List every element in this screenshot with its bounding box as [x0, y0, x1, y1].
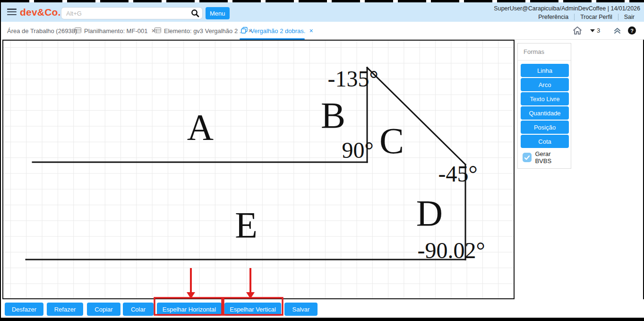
quantity-button[interactable]: Quantidade [521, 106, 569, 120]
undo-button[interactable]: Desfazer [5, 303, 43, 316]
angle-label: -45° [438, 161, 477, 186]
generate-bvbs-checkbox[interactable] [523, 153, 532, 162]
generate-bvbs-label: Gerar BVBS [535, 150, 568, 165]
rebar-drawing: ABCDE-135°90°-45°-90.02° [3, 41, 514, 298]
dimension-button[interactable]: Cota [521, 135, 569, 148]
segment-label: D [416, 192, 443, 234]
tab-label: Vergalhão 2 dobras. [250, 27, 305, 35]
app-window: dev&Co. Menu SuperUser@Carapicuiba/Admin… [0, 0, 644, 321]
position-button[interactable]: Posição [521, 121, 569, 134]
copy-button[interactable]: Copiar [87, 303, 120, 316]
mirror-horizontal-button[interactable]: Espelhar Horizontal [157, 303, 222, 316]
arc-button[interactable]: Arco [521, 78, 569, 91]
segment-label: E [235, 204, 258, 245]
redo-button[interactable]: Refazer [47, 303, 83, 316]
segment-label: A [187, 106, 214, 147]
mirror-vertical-button[interactable]: Espelhar Vertical [224, 303, 281, 316]
segment-label: B [321, 95, 345, 136]
close-icon[interactable]: × [309, 27, 313, 35]
tab-label: Área de Trabalho (26938) [7, 27, 77, 35]
global-search [61, 7, 203, 19]
bottom-toolbar: Desfazer Refazer Copiar Colar Espelhar H… [1, 299, 644, 318]
tab-bar: Área de Trabalho (26938) Planilhamento: … [1, 22, 644, 40]
table-icon [155, 27, 161, 35]
user-block: SuperUser@Carapicuiba/AdminDevCoffee | 1… [494, 5, 640, 20]
angle-label: -135° [327, 66, 378, 91]
tab-overflow-dropdown[interactable]: 3 [590, 27, 600, 34]
angle-label: 90° [342, 138, 373, 163]
segment-label: C [379, 120, 404, 161]
drawing-canvas[interactable]: ABCDE-135°90°-45°-90.02° [2, 40, 515, 299]
switch-profile-link[interactable]: Trocar Perfil [574, 14, 618, 20]
app-logo: dev&Co. [20, 7, 61, 18]
search-icon[interactable] [191, 9, 199, 17]
search-input[interactable] [61, 7, 203, 19]
angle-label: -90.02° [417, 238, 485, 263]
tab-label: Planilhamento: MF-001 [84, 27, 147, 35]
line-button[interactable]: Linha [521, 64, 569, 77]
paste-button[interactable]: Colar [123, 303, 154, 316]
window-bottom-border [1, 318, 644, 321]
tab-elemento[interactable]: Elemento: gv3 Vergalhão 2 ... × [155, 22, 252, 40]
user-info: SuperUser@Carapicuiba/AdminDevCoffee | 1… [494, 5, 640, 12]
hamburger-menu-icon[interactable] [7, 9, 17, 16]
tab-count: 3 [597, 27, 600, 34]
copy-icon [241, 27, 248, 35]
user-links: PreferênciaTrocar PerfilSair [494, 14, 640, 20]
tab-area-de-trabalho[interactable]: Área de Trabalho (26938) [7, 22, 77, 40]
free-text-button[interactable]: Texto Livre [521, 92, 569, 105]
tab-vergalhao-2-dobras[interactable]: Vergalhão 2 dobras. × [241, 22, 313, 40]
preference-link[interactable]: Preferência [532, 14, 574, 20]
home-icon[interactable] [573, 26, 582, 37]
chevron-down-icon [590, 29, 595, 32]
shapes-panel-title: Formas [518, 43, 571, 61]
tab-planilhamento[interactable]: Planilhamento: MF-001 × [75, 22, 155, 40]
tab-label: Elemento: gv3 Vergalhão 2 ... [164, 27, 245, 35]
collapse-up-icon[interactable] [613, 26, 621, 36]
header-bar: dev&Co. Menu SuperUser@Carapicuiba/Admin… [1, 2, 644, 22]
table-icon [75, 27, 81, 35]
menu-button[interactable]: Menu [206, 7, 230, 19]
save-button[interactable]: Salvar [284, 303, 318, 316]
logout-link[interactable]: Sair [618, 14, 640, 20]
shapes-panel: Formas Linha Arco Texto Livre Quantidade… [517, 43, 571, 169]
help-icon[interactable]: ? [628, 26, 636, 35]
